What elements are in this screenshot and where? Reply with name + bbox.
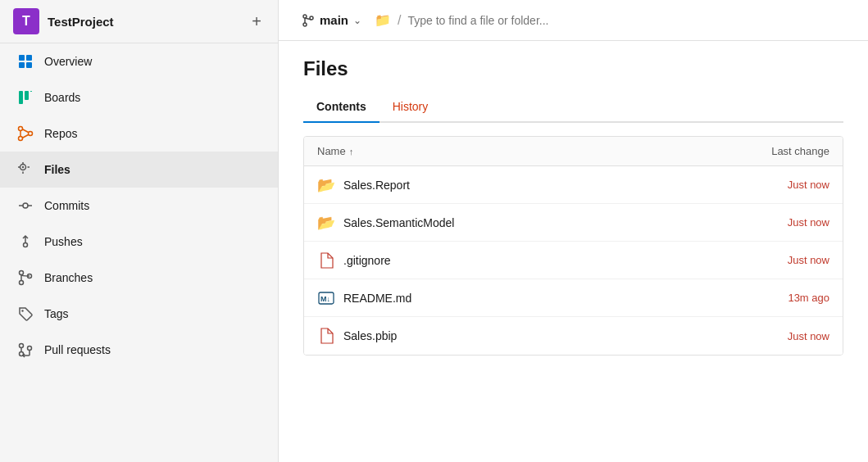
svg-point-21 xyxy=(303,15,307,18)
file-last-change: Just now xyxy=(715,216,829,229)
svg-point-9 xyxy=(29,132,33,136)
files-icon xyxy=(16,161,34,179)
table-row[interactable]: 📂Sales.ReportJust now xyxy=(304,166,843,204)
tab-history[interactable]: History xyxy=(379,93,442,123)
name-label: Name xyxy=(317,145,346,157)
svg-point-18 xyxy=(20,344,24,348)
col-name-header: Name ↑ xyxy=(317,145,715,157)
project-name: TestProject xyxy=(48,15,240,29)
sidebar-item-pushes[interactable]: Pushes xyxy=(0,224,278,260)
folder-icon: 📁 xyxy=(375,12,391,28)
pull-requests-icon xyxy=(16,341,34,359)
svg-text:M↓: M↓ xyxy=(320,295,330,303)
path-input[interactable] xyxy=(407,14,852,27)
sidebar-item-boards[interactable]: Boards xyxy=(0,79,278,116)
file-name: Sales.pbip xyxy=(343,329,397,342)
git-branch-icon xyxy=(302,14,315,27)
svg-point-7 xyxy=(19,127,23,131)
sort-icon: ↑ xyxy=(349,147,354,156)
folder-icon: 📂 xyxy=(317,214,335,232)
svg-point-14 xyxy=(20,271,24,275)
table-row[interactable]: .gitignoreJust now xyxy=(304,242,843,279)
commits-icon xyxy=(16,197,34,215)
sidebar-item-label-tags: Tags xyxy=(44,307,69,320)
svg-point-12 xyxy=(23,203,28,208)
table-row[interactable]: M↓README.md13m ago xyxy=(304,279,843,317)
svg-point-17 xyxy=(21,310,23,311)
file-name: Sales.Report xyxy=(343,179,410,192)
boards-icon xyxy=(16,88,34,106)
file-row-name: .gitignore xyxy=(317,251,715,270)
svg-point-11 xyxy=(22,166,24,168)
folder-icon: 📂 xyxy=(317,176,335,194)
sidebar-item-tags[interactable]: Tags xyxy=(0,296,278,332)
file-row-name: M↓README.md xyxy=(317,289,715,307)
file-last-change: Just now xyxy=(715,179,829,191)
branch-selector[interactable]: main ⌄ xyxy=(295,10,368,30)
sidebar-item-commits[interactable]: Commits xyxy=(0,188,278,224)
table-row[interactable]: 📂Sales.SemanticModelJust now xyxy=(304,204,843,242)
col-last-change-header: Last change xyxy=(715,145,829,157)
file-icon xyxy=(317,327,335,345)
add-project-button[interactable]: + xyxy=(248,9,265,34)
svg-rect-3 xyxy=(26,62,32,68)
file-row-name: 📂Sales.Report xyxy=(317,176,715,194)
svg-rect-6 xyxy=(30,91,32,92)
sidebar-item-label-files: Files xyxy=(44,163,70,176)
overview-icon xyxy=(16,52,34,70)
project-avatar: T xyxy=(13,8,39,34)
main-content: main ⌄ 📁 / Files Contents History Name ↑… xyxy=(279,0,868,462)
svg-rect-2 xyxy=(19,62,25,68)
svg-rect-5 xyxy=(25,91,29,100)
files-container: Files Contents History Name ↑ Last chang… xyxy=(279,41,868,462)
sidebar-item-repos[interactable]: Repos xyxy=(0,116,278,152)
svg-rect-0 xyxy=(19,55,25,61)
sidebar-item-label-pushes: Pushes xyxy=(44,235,83,248)
svg-rect-1 xyxy=(26,55,32,61)
sidebar-item-branches[interactable]: Branches xyxy=(0,260,278,296)
sidebar-item-pull-requests[interactable]: Pull requests xyxy=(0,332,278,368)
sidebar-item-files[interactable]: Files xyxy=(0,152,278,188)
sidebar-item-overview[interactable]: Overview xyxy=(0,43,278,79)
top-bar: main ⌄ 📁 / xyxy=(279,0,868,41)
file-name: README.md xyxy=(343,292,411,305)
sidebar: T TestProject + OverviewBoardsReposFiles… xyxy=(0,0,279,462)
svg-point-16 xyxy=(20,281,24,285)
md-icon: M↓ xyxy=(317,289,335,307)
sidebar-item-label-pull-requests: Pull requests xyxy=(44,343,111,356)
branches-icon xyxy=(16,269,34,287)
file-name: Sales.SemanticModel xyxy=(343,216,454,229)
file-icon xyxy=(317,251,335,270)
files-title: Files xyxy=(303,57,843,80)
svg-point-20 xyxy=(28,346,32,351)
repos-icon xyxy=(16,125,34,143)
pushes-icon xyxy=(16,233,34,251)
file-rows: 📂Sales.ReportJust now📂Sales.SemanticMode… xyxy=(304,166,843,355)
nav-list: OverviewBoardsReposFilesCommitsPushesBra… xyxy=(0,43,278,368)
tags-icon xyxy=(16,305,34,323)
table-header: Name ↑ Last change xyxy=(304,137,843,166)
sidebar-item-label-boards: Boards xyxy=(44,91,80,104)
file-last-change: 13m ago xyxy=(715,292,829,304)
file-table: Name ↑ Last change 📂Sales.ReportJust now… xyxy=(303,136,843,356)
sidebar-item-label-repos: Repos xyxy=(44,127,77,140)
path-separator: / xyxy=(398,13,401,28)
sidebar-item-label-overview: Overview xyxy=(44,55,92,68)
branch-name: main xyxy=(320,13,348,27)
sidebar-item-label-branches: Branches xyxy=(44,271,93,284)
project-header: T TestProject + xyxy=(0,0,278,43)
svg-point-8 xyxy=(19,137,23,141)
file-last-change: Just now xyxy=(715,254,829,266)
sidebar-item-label-commits: Commits xyxy=(44,199,89,212)
file-row-name: 📂Sales.SemanticModel xyxy=(317,214,715,232)
file-last-change: Just now xyxy=(715,330,829,342)
file-row-name: Sales.pbip xyxy=(317,327,715,345)
chevron-down-icon: ⌄ xyxy=(353,15,361,26)
svg-rect-4 xyxy=(19,91,23,104)
tab-contents[interactable]: Contents xyxy=(303,93,379,123)
table-row[interactable]: Sales.pbipJust now xyxy=(304,317,843,355)
tabs: Contents History xyxy=(303,93,843,123)
svg-point-23 xyxy=(303,23,307,26)
file-name: .gitignore xyxy=(343,254,391,267)
svg-point-13 xyxy=(24,243,28,247)
